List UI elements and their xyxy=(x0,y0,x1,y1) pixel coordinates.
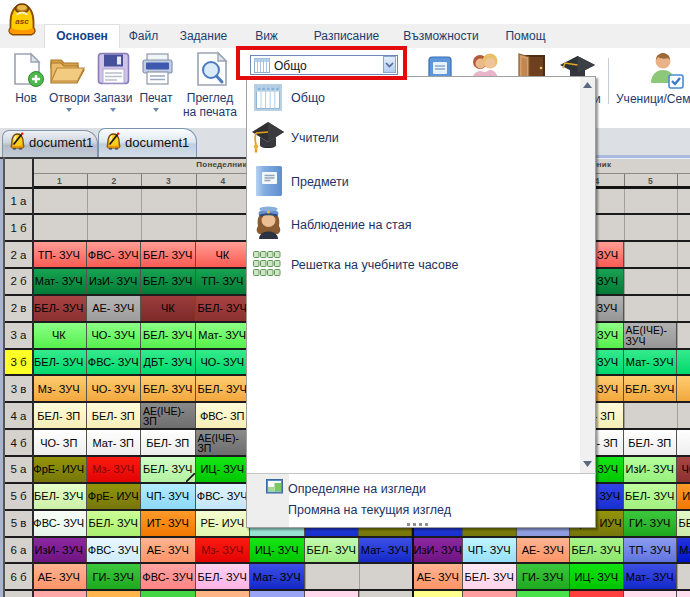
svg-text:asc: asc xyxy=(15,17,29,26)
